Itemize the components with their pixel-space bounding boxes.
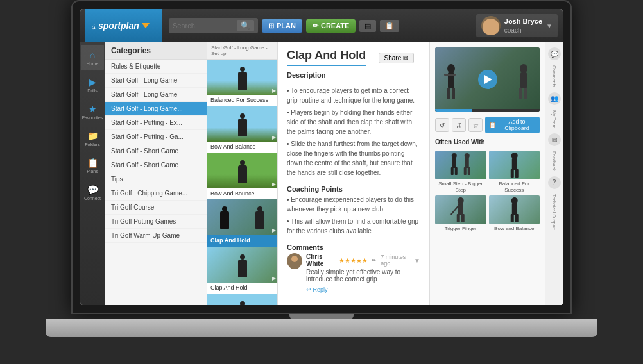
star-icon: ★ [89,104,97,114]
right-sidebar-comments[interactable]: Comments [551,63,558,90]
topnav: 𝓈 sportplan 🔍 ⊞ PLAN ✏ CREATE ▤ � [80,9,563,42]
add-clipboard-button[interactable]: 📋 Add to Clipboard [485,117,540,133]
sidebar-item-favourites[interactable]: ★ Favourites [81,99,104,124]
video-golfer-left [442,63,461,102]
main-content: ⌂ Home ▶ Drills ★ Favourites 📁 Folders [80,42,563,305]
sidebar-item-home[interactable]: ⌂ Home [81,45,104,70]
play-icon-0: ▶ [272,88,276,94]
print-button[interactable]: 🖨 [452,118,466,132]
video-progress-fill [435,109,472,112]
category-item-2[interactable]: Start Golf - Long Game - [105,88,207,102]
drill-name-4: Clap And Hold [207,283,277,294]
category-item-7[interactable]: Start Golf - Short Game [105,158,207,172]
detail-title: Clap And Hold [287,49,366,66]
team-sidebar-icon[interactable]: 👥 [548,92,561,105]
plan-label: PLAN [277,22,296,29]
comment-item: Chris White ★★★★★ ✏ 7 minutes ago ▼ Real… [287,253,420,294]
video-main[interactable] [435,47,540,112]
drill-name-3: Clap And Hold [207,235,277,247]
comments-sidebar-icon[interactable]: 💬 [548,47,561,60]
edit-icon[interactable]: ✏ [372,257,377,263]
avatar-img [483,19,499,35]
reply-link[interactable]: ↩ Reply [306,286,328,293]
description-label: Description [287,71,420,79]
drills-label: Drills [87,88,98,93]
logo-area: 𝓈 sportplan [85,9,162,42]
related-drill-2[interactable]: Trigger Finger [435,195,486,232]
category-item-5[interactable]: Start Golf - Putting - Ga... [105,130,207,144]
comment-meta: Chris White ★★★★★ ✏ 7 minutes ago ▼ [306,253,420,267]
bookmark-button[interactable]: ☆ [468,118,483,132]
drill-item-5[interactable]: ▶ Coins [207,294,277,305]
category-item-6[interactable]: Start Golf - Short Game [105,144,207,158]
svg-rect-25 [457,214,460,222]
golfer-icon-4 [238,260,247,277]
svg-point-0 [291,256,298,262]
category-item-12[interactable]: Tri Golf Warm Up Game [105,229,207,243]
svg-rect-6 [444,74,456,76]
svg-rect-20 [511,158,517,170]
related-name-1: Balanced For Success [489,181,540,193]
often-used-grid: Small Step - Bigger Step [435,151,540,232]
comments-section: Comments Chris White [287,244,420,294]
drill-name-0: Balanced For Success [207,95,277,106]
video-play-button[interactable] [478,70,497,89]
user-dropdown-icon[interactable]: ▼ [546,22,553,29]
related-drill-0[interactable]: Small Step - Bigger Step [435,151,486,193]
coaching-line-0: • Encourage inexperienced players to do … [287,195,420,214]
plan-button[interactable]: ⊞ PLAN [262,19,302,33]
drill-item-1[interactable]: ▶ Bow And Balance [207,106,277,153]
category-item-11[interactable]: Tri Golf Putting Games [105,215,207,229]
search-button[interactable]: 🔍 [237,20,254,31]
category-item-3[interactable]: Start Golf - Long Game... [105,102,207,116]
drill-item-4[interactable]: ▶ Clap And Hold [207,247,277,294]
right-sidebar-support[interactable]: Technical Support [551,192,558,233]
svg-rect-22 [515,169,518,178]
drill-thumb-0: ▶ [207,60,277,95]
support-sidebar-icon[interactable]: ? [548,176,561,189]
coaching-line-1: • This will allow them to find a comfort… [287,217,420,236]
refresh-button[interactable]: ↺ [435,118,449,132]
laptop-bezel: 𝓈 sportplan 🔍 ⊞ PLAN ✏ CREATE ▤ � [71,0,572,314]
category-item-8[interactable]: Tips [105,172,207,186]
golfer-head-4 [240,254,245,260]
svg-rect-31 [515,214,518,222]
categories-header: Categories [105,42,207,60]
plans-icon: 📋 [87,158,98,168]
category-item-0[interactable]: Rules & Etiquette [105,60,207,74]
drill-item-0[interactable]: ▶ Balanced For Success [207,60,277,106]
comment-expand-icon[interactable]: ▼ [414,257,420,264]
right-sidebar-myteam[interactable]: My Team [551,108,558,131]
related-drill-1[interactable]: Balanced For Success [489,151,540,193]
description-text: • To encourage players to get into a cor… [287,86,420,178]
create-button[interactable]: ✏ CREATE [306,19,356,33]
category-item-10[interactable]: Tri Golf Course [105,201,207,215]
favourites-label: Favourites [82,115,103,120]
share-button[interactable]: Share ✉ [379,53,414,63]
category-item-4[interactable]: Start Golf - Putting - Ex... [105,116,207,130]
svg-rect-21 [510,169,513,178]
drill-item-3[interactable]: ▶ Clap And Hold [207,199,277,247]
svg-point-15 [465,153,470,158]
often-used-label: Often Used With [435,138,540,145]
category-item-9[interactable]: Tri Golf - Chipping Game... [105,186,207,201]
category-item-1[interactable]: Start Golf - Long Game - [105,74,207,88]
template-button[interactable]: ▤ [359,20,376,32]
sidebar-item-folders[interactable]: 📁 Folders [81,126,104,151]
user-area: Josh Bryce coach ▼ [476,14,558,37]
sidebar-item-connect[interactable]: 💬 Connect [81,179,104,205]
related-thumb-0 [435,151,486,179]
svg-rect-8 [520,72,527,88]
right-sidebar-feedback[interactable]: Feedback [551,149,558,174]
search-input[interactable] [173,22,237,29]
sidebar-item-plans[interactable]: 📋 Plans [81,153,104,178]
logo-dropdown-icon[interactable] [142,23,150,28]
feedback-sidebar-icon[interactable]: ✉ [548,133,561,146]
golfer-head-2 [240,160,245,165]
clipboard-nav-button[interactable]: 📋 [380,20,399,32]
icon-sidebar: ⌂ Home ▶ Drills ★ Favourites 📁 Folders [80,42,105,305]
sidebar-item-drills[interactable]: ▶ Drills [81,72,104,97]
related-drill-3[interactable]: Bow and Balance [489,195,540,232]
svg-rect-5 [452,88,455,99]
drill-item-2[interactable]: ▶ Bow And Bounce [207,153,277,200]
